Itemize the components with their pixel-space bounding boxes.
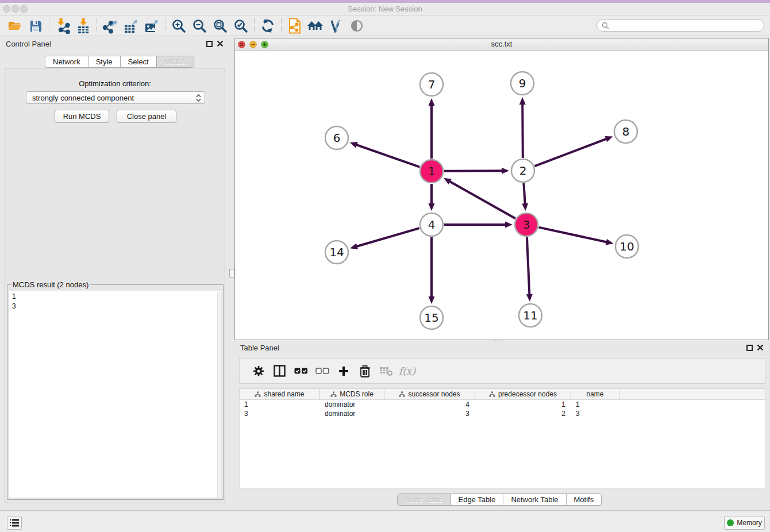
close-panel-button[interactable]: Close panel — [117, 110, 176, 123]
close-traffic-light[interactable] — [3, 5, 10, 13]
graph-node-15[interactable]: 15 — [420, 306, 443, 329]
unchecked-boxes-icon — [315, 368, 329, 375]
result-scrollbar[interactable] — [217, 292, 221, 498]
mcds-result-area[interactable]: 1 3 — [9, 291, 221, 498]
float-panel-icon[interactable] — [206, 41, 213, 47]
import-network-button[interactable] — [52, 17, 73, 35]
toolbar-separator — [281, 18, 282, 33]
open-file-button[interactable] — [5, 17, 25, 35]
graph-edge-4-3[interactable] — [444, 222, 513, 228]
graph-node-14[interactable]: 14 — [325, 241, 348, 264]
task-history-button[interactable] — [7, 516, 22, 530]
toggle-graphics-details-button[interactable] — [326, 17, 346, 35]
table-row[interactable]: 1dominator411 — [240, 400, 765, 409]
graph-node-10[interactable]: 10 — [615, 235, 638, 258]
close-panel-icon[interactable] — [757, 344, 764, 351]
tab-select[interactable]: Select — [120, 56, 156, 67]
zoom-selected-button[interactable] — [230, 17, 251, 35]
graph-edge-3-10[interactable] — [538, 228, 613, 245]
export-image-button[interactable] — [141, 17, 162, 35]
search-box[interactable] — [596, 19, 764, 32]
tab-network-table[interactable]: Network Table — [503, 494, 565, 505]
graph-node-3[interactable]: 3 — [515, 213, 538, 236]
window-maximize-icon[interactable] — [261, 41, 268, 48]
close-panel-icon[interactable] — [217, 40, 224, 47]
table-row[interactable]: 3dominator323 — [240, 409, 765, 418]
graph-edge-4-15[interactable] — [429, 237, 435, 304]
add-column-button[interactable] — [333, 361, 354, 381]
graph-edge-3-1[interactable] — [444, 178, 515, 218]
graph-edge-2-8[interactable] — [535, 136, 613, 166]
tab-mcds[interactable]: MCDS — [156, 56, 194, 67]
home-views-button[interactable] — [305, 17, 326, 35]
network-window-titlebar[interactable]: scc.txt — [235, 38, 768, 51]
graph-node-2[interactable]: 2 — [511, 159, 534, 182]
delete-column-button[interactable] — [354, 361, 375, 381]
graph-edge-1-4[interactable] — [429, 184, 435, 211]
zoom-fit-button[interactable] — [210, 17, 230, 35]
network-file-button[interactable] — [284, 17, 305, 35]
tab-motifs[interactable]: Motifs — [566, 494, 602, 505]
graph-node-4[interactable]: 4 — [420, 213, 443, 236]
graph-edge-1-7[interactable] — [429, 98, 435, 159]
graph-edge-3-11[interactable] — [526, 237, 533, 302]
graph-node-9[interactable]: 9 — [511, 72, 534, 95]
tree-icon — [330, 391, 337, 398]
graph-edge-1-2[interactable] — [444, 168, 509, 174]
memory-label: Memory — [737, 519, 761, 527]
zoom-traffic-light[interactable] — [20, 5, 28, 13]
delete-table-icon — [379, 366, 393, 376]
column-header-predecessor-nodes[interactable]: predecessor nodes — [475, 389, 571, 399]
graph-edge-2-9[interactable] — [519, 97, 526, 158]
column-header-MCDS-role[interactable]: MCDS role — [320, 389, 384, 399]
column-header-name[interactable]: name — [571, 389, 619, 399]
tab-network[interactable]: Network — [45, 56, 88, 67]
graph-edge-4-14[interactable] — [350, 228, 419, 249]
table-panel: Table Panel — [234, 340, 770, 510]
network-canvas[interactable]: 7968124314101511 — [235, 51, 768, 340]
column-header-successor-nodes[interactable]: successor nodes — [384, 389, 475, 399]
select-all-button[interactable] — [290, 361, 311, 381]
network-view-window: scc.txt 7968124314101511 — [234, 38, 769, 340]
graph-node-8[interactable]: 8 — [614, 120, 637, 143]
show-hide-button[interactable] — [346, 17, 367, 35]
zoom-out-button[interactable] — [189, 17, 210, 35]
graph-node-6[interactable]: 6 — [325, 126, 348, 149]
memory-button[interactable]: Memory — [724, 516, 765, 530]
column-header-label: shared name — [264, 390, 304, 398]
run-mcds-button[interactable]: Run MCDS — [55, 110, 109, 123]
graph-node-1[interactable]: 1 — [420, 160, 443, 183]
zoom-in-button[interactable] — [168, 17, 189, 35]
search-icon — [602, 22, 609, 29]
import-table-button[interactable] — [73, 17, 94, 35]
deselect-all-button[interactable] — [311, 361, 333, 381]
vertical-splitter-grip[interactable] — [229, 269, 234, 277]
table-settings-button[interactable] — [248, 361, 269, 381]
apply-layout-button[interactable] — [257, 17, 278, 35]
graph-edge-1-6[interactable] — [350, 142, 420, 167]
export-network-button[interactable] — [100, 17, 121, 35]
float-panel-icon[interactable] — [746, 345, 753, 351]
search-input[interactable] — [611, 20, 764, 30]
tab-node-table[interactable]: Node Table — [398, 494, 451, 505]
window-minimize-icon[interactable] — [249, 41, 257, 48]
tab-style[interactable]: Style — [88, 56, 120, 67]
tab-edge-table[interactable]: Edge Table — [451, 494, 503, 505]
gear-icon — [252, 365, 265, 377]
graph-node-7[interactable]: 7 — [420, 73, 443, 96]
table-cell: dominator — [320, 400, 384, 409]
svg-text:14: 14 — [329, 245, 344, 259]
minimize-traffic-light[interactable] — [11, 5, 19, 13]
main-titlebar: Session: New Session — [0, 3, 770, 16]
table-cell: 3 — [240, 409, 320, 418]
tree-icon — [489, 391, 495, 398]
show-columns-button[interactable] — [269, 361, 290, 381]
window-close-icon[interactable] — [238, 41, 245, 48]
column-header-shared-name[interactable]: shared name — [240, 389, 320, 399]
graph-node-11[interactable]: 11 — [519, 304, 542, 327]
criterion-dropdown[interactable]: strongly connected component — [26, 91, 205, 104]
export-table-button[interactable] — [121, 17, 141, 35]
save-session-button[interactable] — [25, 17, 46, 35]
table-body: 1dominator4113dominator323 — [240, 400, 765, 418]
graph-edge-2-3[interactable] — [522, 183, 528, 211]
